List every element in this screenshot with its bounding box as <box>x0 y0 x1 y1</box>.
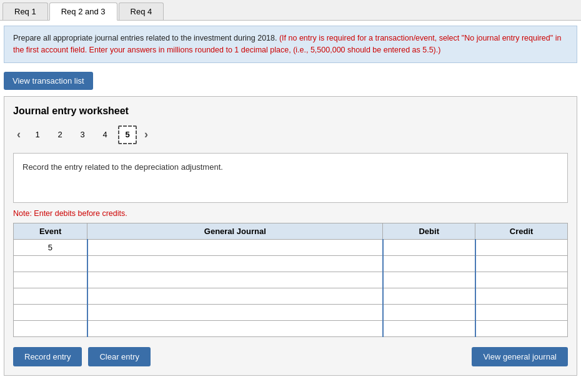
tab-req2and3[interactable]: Req 2 and 3 <box>49 2 117 21</box>
general-journal-input[interactable] <box>88 288 382 304</box>
worksheet-title: Journal entry worksheet <box>13 105 568 117</box>
step-1[interactable]: 1 <box>28 125 47 144</box>
view-transaction-button[interactable]: View transaction list <box>4 72 93 90</box>
step-2[interactable]: 2 <box>51 125 69 144</box>
general-journal-cell[interactable] <box>87 304 383 320</box>
credit-input[interactable] <box>476 305 567 320</box>
note-text: Note: Enter debits before credits. <box>13 209 568 218</box>
debit-input[interactable] <box>384 321 475 336</box>
general-journal-input[interactable] <box>88 305 382 320</box>
step-5[interactable]: 5 <box>118 125 137 144</box>
debit-input[interactable] <box>384 272 475 288</box>
instructions-box: Prepare all appropriate journal entries … <box>4 26 577 63</box>
debit-input[interactable] <box>384 288 475 304</box>
credit-input[interactable] <box>476 321 567 336</box>
step-navigation: ‹ 1 2 3 4 5 › <box>13 125 568 144</box>
bottom-buttons: Record entry Clear entry View general jo… <box>13 347 568 366</box>
event-cell <box>14 288 87 304</box>
general-journal-cell[interactable] <box>87 320 383 336</box>
next-step-button[interactable]: › <box>141 127 152 142</box>
debit-cell[interactable] <box>383 272 475 288</box>
tab-req4[interactable]: Req 4 <box>119 2 164 20</box>
debit-input[interactable] <box>384 240 475 255</box>
tab-req1[interactable]: Req 1 <box>2 2 48 20</box>
entry-description: Record the entry related to the deprecia… <box>13 153 568 203</box>
credit-cell[interactable] <box>475 239 568 255</box>
credit-input[interactable] <box>476 288 567 304</box>
prev-step-button[interactable]: ‹ <box>13 127 24 142</box>
instructions-text-normal: Prepare all appropriate journal entries … <box>13 34 279 42</box>
view-general-journal-button[interactable]: View general journal <box>472 347 568 366</box>
event-cell: 5 <box>14 239 87 255</box>
debit-input[interactable] <box>384 256 475 272</box>
table-row <box>14 288 568 304</box>
general-journal-cell[interactable] <box>87 272 383 288</box>
credit-input[interactable] <box>476 272 567 288</box>
general-journal-cell[interactable] <box>87 239 383 255</box>
debit-cell[interactable] <box>383 255 475 272</box>
clear-entry-button[interactable]: Clear entry <box>88 347 151 366</box>
credit-cell[interactable] <box>475 272 568 288</box>
table-row: 5 <box>14 239 568 255</box>
table-row <box>14 304 568 320</box>
debit-input[interactable] <box>384 305 475 320</box>
event-cell <box>14 272 87 288</box>
step-4[interactable]: 4 <box>96 125 114 144</box>
table-row <box>14 255 568 272</box>
credit-input[interactable] <box>476 256 567 272</box>
credit-cell[interactable] <box>475 255 568 272</box>
general-journal-cell[interactable] <box>87 255 383 272</box>
general-journal-input[interactable] <box>88 240 382 255</box>
debit-cell[interactable] <box>383 304 475 320</box>
credit-input[interactable] <box>476 240 567 255</box>
debit-cell[interactable] <box>383 320 475 336</box>
general-journal-input[interactable] <box>88 272 382 288</box>
general-journal-input[interactable] <box>88 321 382 336</box>
col-header-debit: Debit <box>383 223 475 239</box>
col-header-event: Event <box>14 223 87 239</box>
credit-cell[interactable] <box>475 304 568 320</box>
debit-cell[interactable] <box>383 239 475 255</box>
general-journal-input[interactable] <box>88 256 382 272</box>
event-cell <box>14 304 87 320</box>
step-3[interactable]: 3 <box>73 125 92 144</box>
credit-cell[interactable] <box>475 320 568 336</box>
debit-cell[interactable] <box>383 288 475 304</box>
col-header-general-journal: General Journal <box>87 223 383 239</box>
worksheet-panel: Journal entry worksheet ‹ 1 2 3 4 5 › Re… <box>4 96 577 376</box>
event-cell <box>14 255 87 272</box>
credit-cell[interactable] <box>475 288 568 304</box>
general-journal-cell[interactable] <box>87 288 383 304</box>
col-header-credit: Credit <box>475 223 568 239</box>
journal-table: Event General Journal Debit Credit 5 <box>13 223 568 337</box>
table-row <box>14 272 568 288</box>
tabs-bar: Req 1 Req 2 and 3 Req 4 <box>0 0 581 21</box>
record-entry-button[interactable]: Record entry <box>13 347 82 366</box>
table-row <box>14 320 568 336</box>
event-cell <box>14 320 87 336</box>
